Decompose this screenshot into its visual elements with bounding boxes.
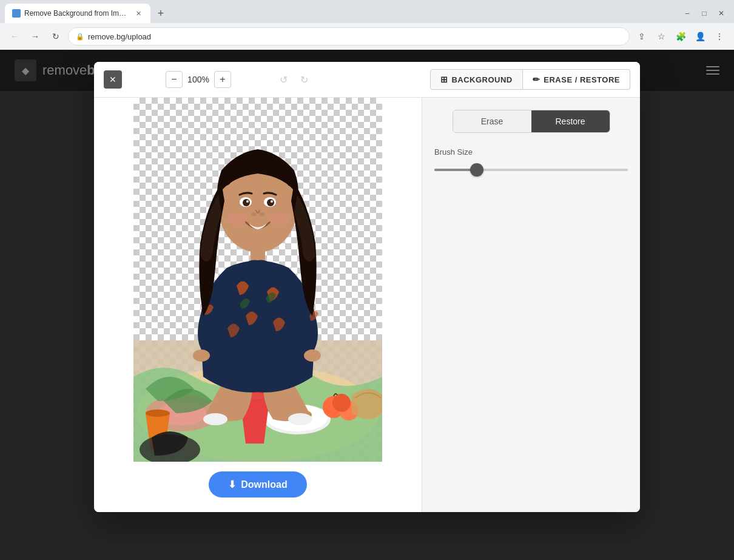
undo-button[interactable]: ↺ (275, 71, 292, 88)
brush-slider-thumb[interactable] (470, 163, 483, 177)
download-label: Download (241, 479, 287, 490)
share-button[interactable]: ⇪ (633, 28, 650, 45)
brush-slider-container (434, 164, 628, 176)
svg-point-29 (259, 212, 265, 216)
restore-button[interactable]: Restore (531, 110, 610, 132)
browser-title-bar: Remove Background from Image ✕ + – □ ✕ (0, 0, 734, 23)
close-window-button[interactable]: ✕ (713, 5, 729, 21)
modal-header: ✕ − 100% + ↺ ↻ ⊞ BACKGROUND ✏ (94, 62, 640, 98)
brush-slider-track (434, 169, 628, 171)
svg-point-26 (246, 200, 249, 203)
svg-point-18 (193, 349, 210, 362)
browser-toolbar: ← → ↻ 🔒 remove.bg/upload ⇪ ☆ 🧩 👤 ⋮ (0, 23, 734, 50)
extensions-button[interactable]: 🧩 (672, 28, 689, 45)
browser-tab[interactable]: Remove Background from Image ✕ (5, 4, 150, 23)
svg-point-31 (268, 213, 290, 225)
tab-erase-restore[interactable]: ✏ ERASE / RESTORE (523, 69, 630, 90)
tab-favicon (12, 9, 21, 18)
address-bar[interactable]: 🔒 remove.bg/upload (68, 27, 630, 46)
image-panel: ⬇ Download (94, 98, 422, 512)
profile-button[interactable]: 👤 (692, 28, 709, 45)
modal-close-button[interactable]: ✕ (104, 70, 122, 89)
zoom-out-button[interactable]: − (166, 71, 183, 88)
svg-point-24 (243, 199, 250, 206)
window-controls: – □ ✕ (679, 5, 729, 21)
background-tab-label: BACKGROUND (451, 75, 512, 84)
zoom-in-button[interactable]: + (214, 71, 231, 88)
subject-image (133, 98, 382, 462)
bookmark-button[interactable]: ☆ (653, 28, 670, 45)
background-tab-icon: ⊞ (440, 75, 448, 84)
svg-point-30 (226, 213, 247, 225)
svg-point-27 (271, 200, 273, 203)
panel-tab-group: ⊞ BACKGROUND ✏ ERASE / RESTORE (430, 69, 630, 90)
restore-button[interactable]: □ (696, 5, 712, 21)
forward-button[interactable]: → (27, 28, 44, 45)
svg-point-19 (304, 349, 321, 362)
download-icon: ⬇ (228, 479, 236, 490)
brush-size-section: Brush Size (434, 143, 628, 181)
woman-figure-svg (133, 98, 382, 462)
svg-point-28 (251, 212, 257, 216)
address-text: remove.bg/upload (88, 32, 622, 41)
zoom-value: 100% (186, 75, 210, 84)
modal: ✕ − 100% + ↺ ↻ ⊞ BACKGROUND ✏ (94, 62, 640, 512)
modal-overlay: ✕ − 100% + ↺ ↻ ⊞ BACKGROUND ✏ (0, 50, 734, 560)
right-panel: Erase Restore Brush Size (422, 98, 640, 512)
download-button[interactable]: ⬇ Download (209, 471, 306, 498)
brush-size-label: Brush Size (434, 147, 628, 157)
svg-point-25 (267, 199, 274, 206)
toolbar-actions: ⇪ ☆ 🧩 👤 ⋮ (633, 28, 728, 45)
erase-restore-toggle: Erase Restore (453, 110, 610, 133)
svg-point-11 (332, 394, 351, 412)
erase-restore-tab-label: ERASE / RESTORE (544, 75, 620, 84)
erase-button[interactable]: Erase (453, 110, 531, 132)
tab-title: Remove Background from Image (24, 9, 130, 18)
svg-point-17 (288, 413, 312, 425)
menu-button[interactable]: ⋮ (711, 28, 728, 45)
modal-body: ⬇ Download Erase Restore Brush Size (94, 98, 640, 512)
page-background: ◆ removebg ✕ − 100% + ↺ ↻ (0, 50, 734, 560)
redo-button[interactable]: ↻ (295, 71, 312, 88)
reload-button[interactable]: ↻ (47, 28, 64, 45)
minimize-button[interactable]: – (679, 5, 695, 21)
tab-close-button[interactable]: ✕ (133, 8, 143, 18)
lock-icon: 🔒 (76, 33, 84, 41)
erase-restore-tab-icon: ✏ (533, 75, 540, 84)
back-button[interactable]: ← (6, 28, 23, 45)
history-controls: ↺ ↻ (275, 71, 312, 88)
zoom-controls: − 100% + (166, 71, 231, 88)
svg-point-14 (146, 410, 170, 417)
browser-chrome: Remove Background from Image ✕ + – □ ✕ ←… (0, 0, 734, 50)
image-container (133, 98, 382, 462)
svg-point-16 (203, 413, 227, 425)
new-tab-button[interactable]: + (153, 5, 169, 21)
tab-background[interactable]: ⊞ BACKGROUND (430, 69, 523, 90)
